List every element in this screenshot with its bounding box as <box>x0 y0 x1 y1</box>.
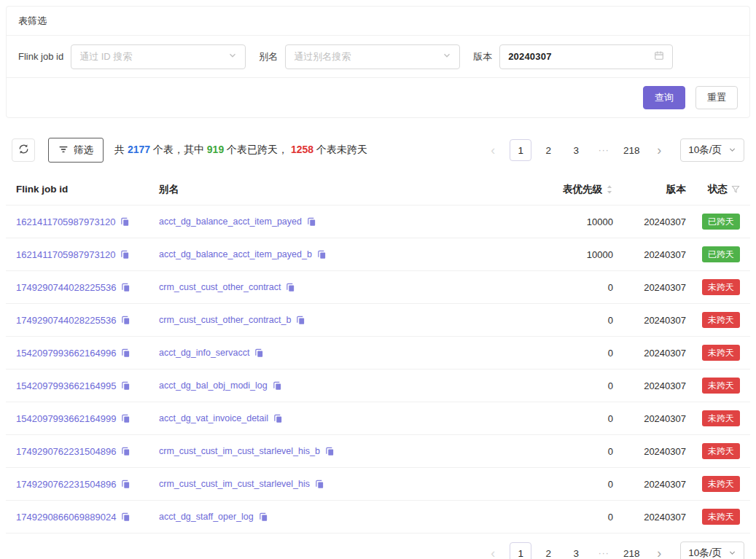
flink-job-id-link[interactable]: 1749290744028225536 <box>16 282 116 293</box>
flink-job-id-link[interactable]: 1621411705987973120 <box>16 249 115 260</box>
table-row: 1542097993662164999 acct_dg_vat_invoice_… <box>6 402 750 435</box>
copy-icon[interactable] <box>121 348 130 358</box>
version-label: 版本 <box>473 50 492 63</box>
next-page-button[interactable]: › <box>648 542 670 559</box>
copy-icon[interactable] <box>121 447 130 456</box>
alias-link[interactable]: acct_dg_vat_invoice_detail <box>159 413 268 423</box>
copy-icon[interactable] <box>121 480 130 489</box>
page-size-value: 10条/页 <box>688 547 722 559</box>
page-size-select[interactable]: 10条/页 <box>680 542 744 559</box>
header-flink-job-id: Flink job id <box>16 184 159 195</box>
alias-link[interactable]: crm_cust_cust_other_contract <box>159 282 281 292</box>
header-priority-label: 表优先级 <box>563 183 602 196</box>
header-status: 状态 <box>686 183 740 196</box>
header-status-label: 状态 <box>708 183 728 196</box>
page-button-1[interactable]: 1 <box>510 542 531 559</box>
copy-icon[interactable] <box>315 480 324 489</box>
alias-link[interactable]: crm_cust_cust_im_cust_starlevel_his <box>159 479 310 489</box>
status-badge: 已跨天 <box>702 214 740 230</box>
reset-button[interactable]: 重置 <box>695 86 738 109</box>
flink-job-id-link[interactable]: 1749290762231504896 <box>16 446 116 457</box>
page-button-218[interactable]: 218 <box>620 139 642 161</box>
copy-icon[interactable] <box>273 381 282 391</box>
table-row: 1749290744028225536 crm_cust_cust_other_… <box>6 304 750 337</box>
page-button-218[interactable]: 218 <box>620 542 642 559</box>
filter-card-title: 表筛选 <box>7 7 749 36</box>
alias-cell: acct_dg_bal_obj_modi_log <box>159 380 496 391</box>
page-size-select[interactable]: 10条/页 <box>680 138 744 162</box>
version-cell: 20240307 <box>613 479 686 490</box>
alias-cell: crm_cust_cust_im_cust_starlevel_his <box>159 479 496 489</box>
flink-job-id-cell: 1749290762231504896 <box>16 446 159 457</box>
page-ellipsis[interactable]: ··· <box>593 542 615 559</box>
status-badge: 已跨天 <box>702 246 740 263</box>
table-row: 1749290762231504896 crm_cust_cust_im_cus… <box>6 435 750 468</box>
flink-job-id-link[interactable]: 1542097993662164995 <box>16 380 116 391</box>
version-date-value: 20240307 <box>508 51 551 62</box>
query-button[interactable]: 查询 <box>643 86 685 109</box>
version-cell: 20240307 <box>613 348 686 359</box>
copy-icon[interactable] <box>254 348 264 358</box>
version-date-input[interactable]: 20240307 <box>499 44 673 69</box>
flink-job-id-link[interactable]: 1749290762231504896 <box>16 479 116 490</box>
flink-job-id-link[interactable]: 1542097993662164999 <box>16 413 116 424</box>
table-body: 1621411705987973120 acct_dg_balance_acct… <box>6 206 750 533</box>
alias-field: 别名 通过别名搜索 <box>259 44 460 69</box>
priority-cell: 10000 <box>496 249 613 260</box>
priority-cell: 0 <box>496 512 613 523</box>
copy-icon[interactable] <box>273 414 283 423</box>
chevron-down-icon <box>443 51 451 62</box>
chevron-down-icon <box>728 145 736 156</box>
flink-job-id-cell: 1749290866069889024 <box>16 512 159 523</box>
copy-icon[interactable] <box>121 381 130 391</box>
alias-cell: acct_dg_balance_acct_item_payed_b <box>159 249 496 259</box>
flink-job-id-placeholder: 通过 ID 搜索 <box>79 50 132 63</box>
alias-link[interactable]: acct_dg_info_servacct <box>159 348 249 358</box>
copy-icon[interactable] <box>121 512 130 522</box>
alias-link[interactable]: crm_cust_cust_other_contract_b <box>159 315 291 325</box>
refresh-button[interactable] <box>12 138 35 162</box>
copy-icon[interactable] <box>317 250 327 259</box>
copy-icon[interactable] <box>325 447 335 456</box>
flink-job-id-link[interactable]: 1621411705987973120 <box>16 216 115 227</box>
alias-link[interactable]: acct_dg_staff_oper_log <box>159 512 254 522</box>
page-button-1[interactable]: 1 <box>510 139 531 161</box>
next-page-button[interactable]: › <box>648 139 670 161</box>
flink-job-id-link[interactable]: 1749290744028225536 <box>16 315 116 326</box>
copy-icon[interactable] <box>121 414 130 423</box>
page-button-2[interactable]: 2 <box>537 542 559 559</box>
page-button-2[interactable]: 2 <box>537 139 559 161</box>
copy-icon[interactable] <box>121 283 130 292</box>
copy-icon[interactable] <box>120 250 130 259</box>
sort-icon[interactable] <box>606 184 613 195</box>
prev-page-button[interactable]: ‹ <box>482 139 504 161</box>
flink-job-id-link[interactable]: 1749290866069889024 <box>16 512 116 523</box>
alias-select[interactable]: 通过别名搜索 <box>285 44 460 69</box>
flink-job-id-link[interactable]: 1542097993662164996 <box>16 348 116 359</box>
prev-page-button[interactable]: ‹ <box>482 542 504 559</box>
alias-link[interactable]: acct_dg_balance_acct_item_payed_b <box>159 249 312 259</box>
flink-job-id-select[interactable]: 通过 ID 搜索 <box>71 44 246 69</box>
page-button-3[interactable]: 3 <box>565 139 587 161</box>
alias-cell: crm_cust_cust_im_cust_starlevel_his_b <box>159 446 496 456</box>
status-filter-funnel-icon[interactable] <box>731 185 740 194</box>
alias-link[interactable]: crm_cust_cust_im_cust_starlevel_his_b <box>159 446 320 456</box>
filter-toggle-button[interactable]: 筛选 <box>48 138 104 163</box>
copy-icon[interactable] <box>286 283 295 292</box>
copy-icon[interactable] <box>259 512 268 522</box>
alias-link[interactable]: acct_dg_balance_acct_item_payed <box>159 216 302 227</box>
copy-icon[interactable] <box>121 316 130 325</box>
status-badge: 未跨天 <box>702 509 740 525</box>
version-cell: 20240307 <box>613 315 686 326</box>
summary-text: 共 2177 个表，其中 919 个表已跨天， 1258 个表未跨天 <box>114 144 367 157</box>
page-button-3[interactable]: 3 <box>565 542 587 559</box>
copy-icon[interactable] <box>307 217 316 227</box>
copy-icon[interactable] <box>120 217 130 227</box>
refresh-icon <box>18 144 29 157</box>
summary-part: 个表，其中 <box>150 144 207 155</box>
alias-link[interactable]: acct_dg_bal_obj_modi_log <box>159 380 268 391</box>
status-badge: 未跨天 <box>702 476 740 493</box>
page-size-value: 10条/页 <box>688 144 722 157</box>
page-ellipsis[interactable]: ··· <box>593 139 615 161</box>
copy-icon[interactable] <box>296 316 305 325</box>
